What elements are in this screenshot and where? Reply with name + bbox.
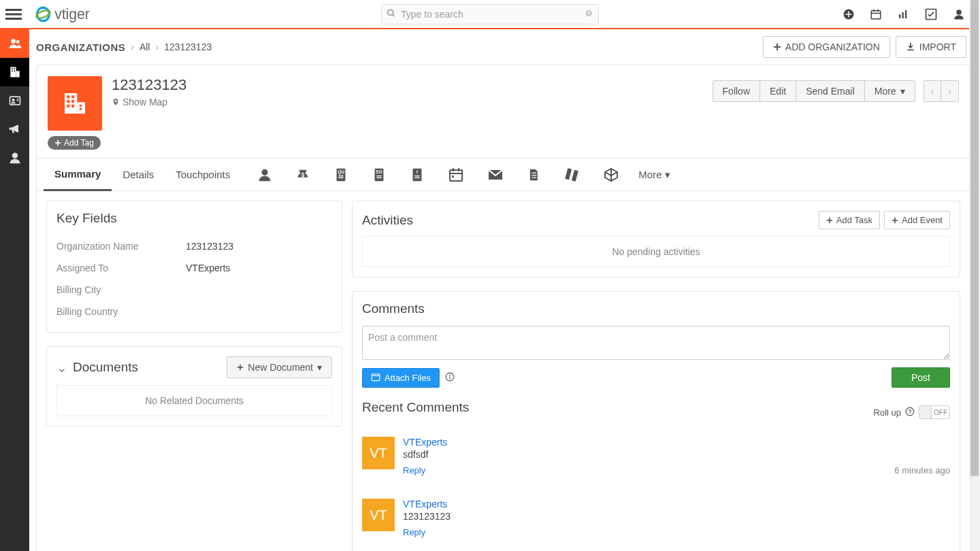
comment-text: 123123123 bbox=[403, 511, 950, 522]
user-icon[interactable] bbox=[953, 8, 965, 20]
show-map-link[interactable]: Show Map bbox=[112, 97, 186, 107]
svg-rect-15 bbox=[899, 14, 900, 18]
new-document-label: New Document bbox=[248, 362, 313, 373]
svg-rect-27 bbox=[14, 71, 15, 72]
attach-files-label: Attach Files bbox=[385, 373, 431, 383]
breadcrumb-module[interactable]: ORGANIZATIONS bbox=[36, 41, 125, 53]
comment-item: VT VTExperts 123123123 Reply bbox=[362, 495, 950, 551]
comment-author[interactable]: VTExperts bbox=[403, 499, 950, 510]
svg-rect-78 bbox=[372, 375, 380, 381]
tab-products-icon[interactable] bbox=[603, 167, 619, 183]
documents-title: Documents bbox=[73, 360, 138, 375]
comment-author[interactable]: VTExperts bbox=[403, 437, 950, 448]
search-input[interactable] bbox=[381, 4, 599, 24]
new-document-button[interactable]: New Document ▾ bbox=[227, 356, 332, 378]
edit-button[interactable]: Edit bbox=[760, 80, 796, 102]
activities-empty: No pending activities bbox=[362, 236, 950, 267]
import-button[interactable]: IMPORT bbox=[896, 36, 966, 58]
tab-documents-icon[interactable] bbox=[527, 167, 540, 182]
tab-contacts-icon[interactable] bbox=[257, 167, 272, 182]
scrollbar[interactable] bbox=[969, 29, 980, 551]
attach-files-button[interactable]: Attach Files bbox=[362, 368, 440, 388]
post-button[interactable]: Post bbox=[892, 367, 950, 388]
svg-rect-75 bbox=[827, 220, 832, 221]
rollup-toggle[interactable]: OFF bbox=[919, 405, 950, 419]
add-task-button[interactable]: Add Task bbox=[819, 211, 880, 229]
tab-tickets-icon[interactable] bbox=[564, 167, 580, 183]
svg-rect-17 bbox=[905, 10, 906, 18]
svg-rect-62 bbox=[415, 177, 420, 178]
follow-button[interactable]: Follow bbox=[713, 80, 760, 102]
svg-rect-16 bbox=[902, 12, 904, 18]
send-email-button[interactable]: Send Email bbox=[796, 80, 865, 102]
organization-icon bbox=[48, 76, 102, 131]
hamburger-menu[interactable] bbox=[0, 0, 27, 29]
calendar-icon[interactable] bbox=[870, 8, 882, 20]
nav-user[interactable] bbox=[0, 144, 29, 172]
more-actions-button[interactable]: More ▾ bbox=[864, 80, 915, 102]
add-tag-label: Add Tag bbox=[64, 138, 94, 148]
caret-down-icon: ▾ bbox=[665, 169, 670, 181]
svg-text:$: $ bbox=[301, 171, 305, 178]
tab-summary[interactable]: Summary bbox=[44, 158, 112, 191]
info-icon[interactable] bbox=[445, 372, 455, 384]
svg-rect-23 bbox=[16, 71, 19, 77]
tab-salesorder-icon[interactable]: SO bbox=[372, 167, 387, 182]
activities-panel: Activities Add Task Add Event bbox=[352, 201, 960, 278]
tab-details[interactable]: Details bbox=[112, 159, 165, 190]
tab-opportunities-icon[interactable]: $ bbox=[295, 167, 310, 182]
svg-rect-38 bbox=[77, 102, 85, 114]
add-tag-button[interactable]: Add Tag bbox=[48, 136, 101, 150]
svg-rect-0 bbox=[5, 9, 22, 11]
reports-icon[interactable] bbox=[897, 8, 909, 20]
comment-input[interactable] bbox=[362, 326, 950, 360]
breadcrumb-all[interactable]: All bbox=[140, 41, 150, 52]
nav-organizations[interactable] bbox=[0, 58, 29, 86]
prev-record-button[interactable]: ‹ bbox=[924, 80, 942, 102]
svg-point-21 bbox=[16, 40, 19, 44]
svg-rect-13 bbox=[873, 9, 875, 12]
svg-rect-46 bbox=[80, 108, 82, 110]
svg-point-33 bbox=[12, 153, 17, 158]
tasks-icon[interactable] bbox=[924, 7, 938, 21]
svg-point-19 bbox=[956, 10, 962, 15]
import-label: IMPORT bbox=[919, 41, 956, 52]
tab-activities-icon[interactable] bbox=[448, 167, 464, 183]
reply-link[interactable]: Reply bbox=[403, 465, 425, 475]
kf-label: Billing Country bbox=[56, 306, 186, 317]
add-event-button[interactable]: Add Event bbox=[884, 211, 950, 229]
tabs-more-button[interactable]: More ▾ bbox=[638, 169, 670, 181]
nav-item-3[interactable] bbox=[0, 86, 29, 115]
comment-text: sdfsdf bbox=[403, 449, 950, 460]
reply-link[interactable]: Reply bbox=[403, 527, 425, 537]
kf-label: Organization Name bbox=[56, 241, 186, 252]
svg-rect-26 bbox=[12, 71, 13, 72]
svg-rect-44 bbox=[71, 105, 74, 107]
add-organization-button[interactable]: ADD ORGANIZATION bbox=[763, 36, 890, 58]
nav-contacts[interactable] bbox=[0, 29, 29, 58]
svg-rect-10 bbox=[846, 14, 852, 15]
svg-rect-41 bbox=[67, 100, 69, 103]
logo[interactable]: vtiger bbox=[30, 4, 132, 24]
kf-label: Assigned To bbox=[56, 263, 186, 273]
kf-value: VTExperts bbox=[186, 263, 230, 273]
tab-invoice-icon[interactable]: I bbox=[410, 167, 425, 182]
chevron-down-icon[interactable]: ⌄ bbox=[56, 360, 67, 375]
tab-emails-icon[interactable] bbox=[487, 167, 504, 183]
svg-rect-81 bbox=[449, 376, 450, 379]
kf-value: 123123123 bbox=[186, 241, 233, 252]
help-icon[interactable]: ? bbox=[905, 407, 915, 418]
comments-title: Comments bbox=[362, 301, 950, 316]
svg-rect-22 bbox=[10, 67, 16, 78]
next-record-button[interactable]: › bbox=[941, 80, 959, 102]
svg-rect-71 bbox=[532, 177, 537, 178]
svg-line-6 bbox=[393, 14, 395, 16]
key-fields-title: Key Fields bbox=[56, 211, 332, 226]
svg-rect-65 bbox=[453, 168, 454, 171]
tab-touchpoints[interactable]: Touchpoints bbox=[165, 159, 241, 190]
tab-quotes-icon[interactable]: QU bbox=[333, 167, 348, 182]
nav-campaigns[interactable] bbox=[0, 115, 29, 144]
svg-text:vtiger: vtiger bbox=[54, 6, 90, 22]
add-icon[interactable] bbox=[843, 8, 855, 20]
search-dropdown-icon[interactable] bbox=[584, 8, 593, 20]
